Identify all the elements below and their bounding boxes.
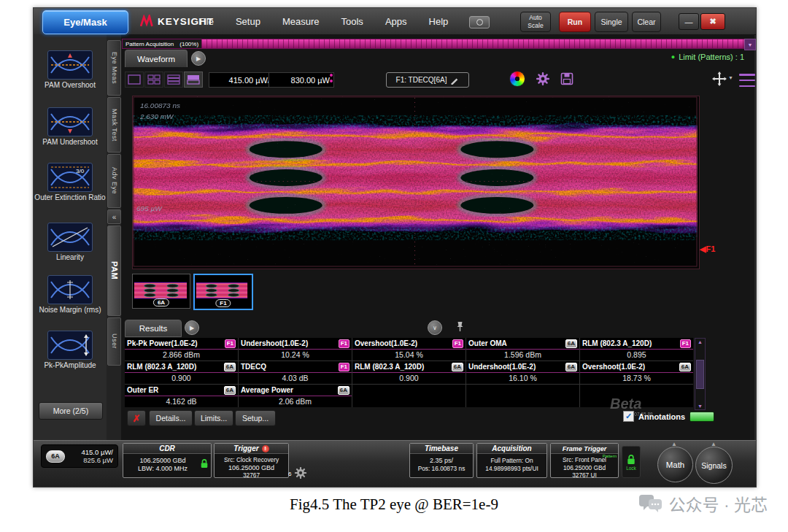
- menu-setup[interactable]: Setup: [236, 16, 260, 27]
- pattern-lock-button[interactable]: Lock: [622, 446, 641, 478]
- result-cell[interactable]: Outer OMA6A1.596 dBm: [466, 338, 579, 361]
- tab-adv-eye[interactable]: Adv Eye: [107, 154, 121, 208]
- result-cell[interactable]: Outer ER6A4.162 dB: [125, 385, 238, 407]
- screenshot-camera-icon[interactable]: [469, 16, 490, 28]
- tab-user[interactable]: User: [107, 317, 121, 366]
- scroll-thumb[interactable]: [696, 360, 704, 389]
- watermark-text: 公众号 · 光芯: [669, 491, 768, 516]
- move-tool-icon[interactable]: [712, 72, 727, 86]
- menu-measure[interactable]: Measure: [282, 16, 320, 27]
- waveform-play-icon[interactable]: ▶: [191, 51, 206, 66]
- limit-status-text: Limit (Patterns) : 1: [679, 53, 744, 61]
- annotations-checkbox[interactable]: ✓: [623, 411, 634, 422]
- source-badge: 6A: [224, 386, 236, 395]
- pam4-eye-diagram: 16.00873 ns 2.630 mW 695 µW: [133, 96, 698, 267]
- timebase-panel[interactable]: Timebase 2.35 ps/ Pos: 16.00873 ns: [409, 443, 474, 478]
- results-play-icon[interactable]: ▶: [185, 320, 199, 335]
- trigger-panel[interactable]: Trigger ! Src: Clock Recovery 106.25000 …: [214, 443, 289, 478]
- minimize-button[interactable]: —: [679, 13, 699, 30]
- vertical-scale-readout[interactable]: 415.00 µW/: [209, 72, 274, 88]
- result-cell[interactable]: Overshoot(1.0E-2)F115.04 %: [352, 338, 466, 361]
- setup-button[interactable]: Setup...: [235, 410, 276, 426]
- thumbnail-6a[interactable]: 6A: [132, 274, 190, 309]
- tab-mask-test[interactable]: Mask Test: [107, 97, 121, 153]
- single-button[interactable]: Single: [595, 12, 628, 32]
- sidebar-item-linearity[interactable]: Linearity: [34, 223, 107, 261]
- menu-help[interactable]: Help: [429, 16, 449, 27]
- delete-measurement-button[interactable]: ✗: [127, 410, 146, 426]
- display-menu-icon[interactable]: [738, 72, 757, 88]
- menu-apps[interactable]: Apps: [385, 16, 407, 27]
- result-cell[interactable]: Undershoot(1.0E-2)6A16.10 %: [466, 361, 579, 384]
- result-cell[interactable]: Overshoot(1.0E-2)6A18.73 %: [580, 361, 693, 384]
- result-cell[interactable]: Undershoot(1.0E-2)F110.24 %: [239, 338, 352, 361]
- tab-eye-meas[interactable]: Eye Meas: [107, 40, 121, 96]
- annotation-power-left: 695 µW: [136, 204, 163, 212]
- cdr-panel[interactable]: CDR 106.25000 GBd LBW: 4.000 MHz: [123, 443, 212, 478]
- annotation-timebase: 16.00873 ns: [140, 101, 180, 109]
- source-badge: 6A: [565, 363, 577, 371]
- layout-rows-button[interactable]: [164, 72, 183, 88]
- source-select-button[interactable]: F1: TDECQ[6A]: [386, 72, 469, 88]
- tab-results[interactable]: Results: [125, 320, 182, 337]
- waveform-display[interactable]: 16.00873 ns 2.630 mW 695 µW: [132, 96, 700, 269]
- scroll-up-icon[interactable]: ▲: [698, 339, 703, 344]
- result-cell[interactable]: Pk-Pk Power(1.0E-2)F12.866 dBm: [125, 338, 238, 361]
- menu-bar: File Setup Measure Tools Apps Help: [198, 8, 448, 34]
- color-grade-icon[interactable]: [509, 71, 525, 87]
- acquisition-dropdown-button[interactable]: ▼: [744, 39, 756, 50]
- layout-split-button[interactable]: [184, 72, 203, 88]
- move-dropdown-icon[interactable]: ▼: [728, 75, 733, 80]
- mode-button-eye-mask[interactable]: Eye/Mask: [42, 10, 128, 34]
- results-collapse-icon[interactable]: ∨: [428, 320, 442, 335]
- vertical-offset-readout[interactable]: 830.00 µW: [269, 72, 334, 88]
- result-cell[interactable]: RLM (802.3 A_120D)F10.895: [580, 338, 693, 361]
- limit-status: ● Limit (Patterns) : 1: [671, 53, 744, 61]
- limits-button[interactable]: Limits...: [194, 410, 233, 426]
- result-cell[interactable]: RLM (802.3 A_120D)6A0.900: [125, 361, 238, 384]
- results-scrollbar[interactable]: ▲ ▼: [695, 338, 706, 410]
- math-button[interactable]: Math: [657, 447, 693, 482]
- menu-tools[interactable]: Tools: [341, 16, 363, 27]
- status-gear-icon[interactable]: [294, 466, 307, 479]
- sidebar-collapse-button[interactable]: «: [107, 209, 121, 224]
- more-measurements-button[interactable]: More (2/5): [39, 402, 103, 420]
- display-settings-gear-icon[interactable]: [536, 72, 550, 86]
- svg-text:3/0: 3/0: [76, 168, 85, 174]
- sidebar-item-pam-undershoot[interactable]: PAM Undershoot: [34, 107, 107, 146]
- f1-trace-marker: ◀F1: [700, 244, 715, 254]
- source-badge: 6A: [679, 363, 691, 371]
- close-button[interactable]: ✖: [700, 13, 725, 30]
- noise-margin-icon: [47, 275, 93, 304]
- frame-trigger-pattern-tag: Pattern: [603, 454, 617, 458]
- frame-trigger-title: Frame Trigger: [551, 444, 618, 454]
- tab-waveform[interactable]: Waveform: [125, 50, 188, 67]
- sidebar-item-noise-margin[interactable]: Noise Margin (rms): [34, 275, 107, 314]
- frame-trigger-panel[interactable]: Frame Trigger Pattern Src: Front Panel 1…: [550, 443, 619, 478]
- scroll-down-icon[interactable]: ▼: [698, 404, 703, 409]
- menu-file[interactable]: File: [198, 16, 214, 27]
- source-badge: 6A: [338, 386, 349, 395]
- chat-bubbles-icon: [638, 494, 663, 513]
- signals-button[interactable]: Signals: [695, 447, 733, 484]
- result-cell[interactable]: TDECQF14.03 dB: [239, 361, 352, 384]
- channel-6a-panel[interactable]: 6A 415.0 µW/ 825.6 µW: [41, 444, 118, 468]
- details-button[interactable]: Details...: [149, 410, 193, 426]
- results-pin-icon[interactable]: [455, 321, 465, 333]
- tab-pam[interactable]: PAM: [107, 225, 121, 316]
- sidebar-item-pkpk-amplitude[interactable]: Pk-PkAmplitude: [34, 331, 107, 369]
- layout-quad-button[interactable]: [144, 72, 163, 88]
- thumbnail-f1-selected[interactable]: F1: [193, 274, 253, 310]
- save-disk-icon[interactable]: [560, 72, 573, 85]
- layout-single-button[interactable]: [125, 72, 144, 88]
- thumbnail-6a-badge: 6A: [153, 298, 169, 307]
- result-cell[interactable]: RLM (802.3 A_120D)6A0.900: [352, 361, 466, 384]
- clear-button[interactable]: Clear: [632, 12, 661, 32]
- acquisition-panel[interactable]: Acquisition Full Pattern: On 14.98998993…: [476, 443, 547, 478]
- sidebar-item-outer-extinction-ratio[interactable]: 3/0 Outer Extinction Ratio: [34, 163, 107, 201]
- run-button[interactable]: Run: [559, 12, 591, 32]
- result-cell[interactable]: Average Power6A2.06 dBm: [239, 385, 352, 407]
- auto-scale-button[interactable]: Auto Scale: [520, 12, 551, 32]
- beta-watermark: Beta: [610, 396, 641, 412]
- sidebar-item-pam-overshoot[interactable]: PAM Overshoot: [34, 50, 107, 89]
